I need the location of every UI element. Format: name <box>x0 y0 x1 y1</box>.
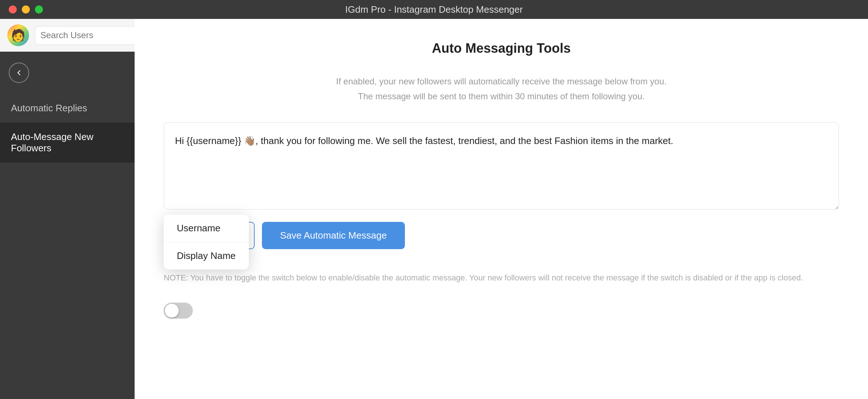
description: If enabled, your new followers will auto… <box>164 74 839 104</box>
titlebar: IGdm Pro - Instagram Desktop Messenger <box>0 0 868 19</box>
main-content: Auto Messaging Tools If enabled, your ne… <box>135 19 868 399</box>
search-input[interactable] <box>40 30 149 40</box>
sidebar-item-auto-message-new-followers[interactable]: Auto-Message New Followers <box>0 123 135 163</box>
maximize-button[interactable] <box>35 5 43 13</box>
description-line1: If enabled, your new followers will auto… <box>164 74 839 89</box>
description-line2: The message will be sent to them within … <box>164 89 839 104</box>
page-title: Auto Messaging Tools <box>164 41 839 56</box>
message-textarea[interactable] <box>164 122 839 210</box>
traffic-lights <box>9 5 43 13</box>
dropdown-menu: Username Display Name <box>164 215 249 270</box>
save-automatic-message-button[interactable]: Save Automatic Message <box>262 222 405 249</box>
button-row: Username Display Name Insert Variable Sa… <box>164 222 839 249</box>
note-text: NOTE: You have to toggle the switch belo… <box>164 271 839 284</box>
app-body: 🧑 Automatic Replies Auto-Message <box>0 19 868 399</box>
dropdown-item-username[interactable]: Username <box>164 215 249 242</box>
close-button[interactable] <box>9 5 17 13</box>
sidebar-item-automatic-replies[interactable]: Automatic Replies <box>0 94 135 123</box>
minimize-button[interactable] <box>22 5 30 13</box>
app-title: IGdm Pro - Instagram Desktop Messenger <box>345 4 523 15</box>
sidebar-header: 🧑 <box>0 19 135 52</box>
auto-message-toggle[interactable] <box>164 303 193 319</box>
back-button[interactable] <box>9 63 29 83</box>
toggle-knob <box>165 304 179 318</box>
toggle-container <box>164 303 839 319</box>
sidebar: 🧑 Automatic Replies Auto-Message <box>0 19 135 399</box>
sidebar-nav: Automatic Replies Auto-Message New Follo… <box>0 52 135 399</box>
avatar-image: 🧑 <box>7 24 29 46</box>
dropdown-item-display-name[interactable]: Display Name <box>164 242 249 270</box>
avatar[interactable]: 🧑 <box>7 24 29 46</box>
